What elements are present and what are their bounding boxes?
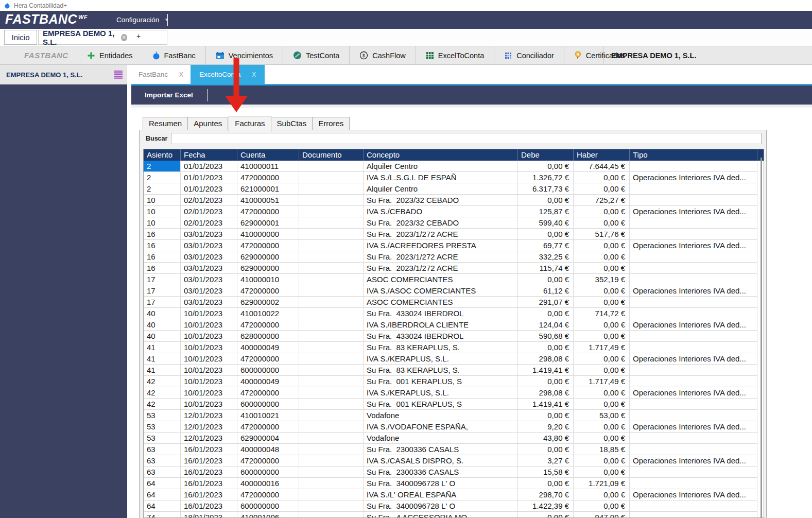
table-row[interactable]: 4110/01/2023400000049Su Fra. 83 KERAPLUS… [144,342,764,353]
table-row[interactable]: 1703/01/2023410000010ASOC COMERCIANTES0,… [144,274,764,285]
cell: Operaciones Interiores IVA ded... [630,387,757,399]
menu-configuracion[interactable]: Configuración▼ [116,11,168,29]
cell: Operaciones Interiores IVA ded... [630,285,757,297]
page-tab-apuntes[interactable]: Apuntes [187,117,228,130]
cell: 472000000 [237,206,299,217]
tab-empresa-demo[interactable]: EMPRESA DEMO 1, S.L. ✕ [38,30,132,45]
table-row[interactable]: 4010/01/2023628000000Su Fra. 433024 IBER… [144,331,764,342]
cell: IVA S./L' OREAL ESPAÑA [364,489,518,500]
table-row[interactable]: 201/01/2023410000011Alquiler Centro0,00 … [144,161,764,172]
table-row[interactable]: 5312/01/2023472000000IVA S./VODAFONE ESP… [144,421,764,433]
cashflow-icon: $ [359,51,368,60]
column-header-asiento[interactable]: Asiento [144,149,181,161]
close-tab-icon[interactable]: ✕ [121,34,127,41]
cell: 600000000 [237,500,299,512]
cell: 725,27 € [574,195,630,206]
cell: 1.717,49 € [574,376,630,387]
cell: 10/01/2023 [181,387,237,399]
close-tab-icon[interactable]: X [179,71,183,78]
hamburger-menu-icon[interactable] [114,71,123,79]
column-header-documento[interactable]: Documento [299,149,364,161]
page-tab-resumen[interactable]: Resumen [143,117,188,130]
table-row[interactable]: 6316/01/2023472000000IVA S./CASALS DISPR… [144,455,764,467]
cell: 472000000 [237,489,299,500]
page-tab-facturas[interactable]: Facturas [229,116,271,132]
table-row[interactable]: 5312/01/2023410010021Vodafone0,00 €53,00… [144,410,764,421]
ribbon-button-testconta[interactable]: TestConta [283,46,349,64]
table-row[interactable]: 4210/01/2023472000000IVA S./KERAPLUS, S.… [144,387,764,399]
cell [299,251,364,263]
page-tab-subctas[interactable]: SubCtas [271,117,313,130]
table-row[interactable]: 4210/01/2023400000049Su Fra. 001 KERAPLU… [144,376,764,387]
table-row[interactable]: 1002/01/2023410000051Su Fra. 2023/32 CEB… [144,195,764,206]
cell: 0,00 € [574,387,630,399]
table-row[interactable]: 4010/01/2023472000000IVA S./IBERDROLA CL… [144,319,764,331]
cell [630,444,757,455]
cell: Operaciones Interiores IVA ded... [630,353,757,365]
ribbon-button-exceltoconta[interactable]: ExcelToConta [416,46,494,64]
column-header-concepto[interactable]: Concepto [364,149,518,161]
cell: 115,74 € [518,263,574,274]
table-row[interactable]: 1002/01/2023629000001Su Fra. 2023/32 CEB… [144,217,764,229]
table-row[interactable]: 6316/01/2023400000048Su Fra. 2300336 CAS… [144,444,764,455]
cell: 1.717,49 € [574,342,630,353]
column-header-debe[interactable]: Debe [518,149,574,161]
search-input[interactable] [171,133,762,144]
cell: 0,00 € [518,229,574,240]
table-row[interactable]: 1002/01/2023472000000IVA S./CEBADO125,87… [144,206,764,217]
table-row[interactable]: 6416/01/2023600000000Su Fra. 3400096728 … [144,500,764,512]
cell [299,206,364,217]
cell [299,433,364,444]
cell: 2 [144,183,181,195]
table-row[interactable]: 201/01/2023621000001Alquiler Centro6.317… [144,183,764,195]
table-row[interactable]: 1703/01/2023472000000IVA S./ASOC COMERCI… [144,285,764,297]
cell: 16/01/2023 [181,489,237,500]
cell: 599,40 € [518,217,574,229]
ribbon-button-fastbanc[interactable]: FastBanc [143,46,205,64]
table-row[interactable]: 1603/01/2023629000000Su Fra. 2023/1/272 … [144,263,764,274]
ribbon-label: ExcelToConta [438,51,484,60]
close-tab-icon[interactable]: X [252,71,256,78]
cell: 0,00 € [518,308,574,319]
table-row[interactable]: 6416/01/2023472000000IVA S./L' OREAL ESP… [144,489,764,500]
ribbon-button-cashflow[interactable]: $CashFlow [350,46,415,64]
table-row[interactable]: 1603/01/2023629000000Su Fra. 2023/1/272 … [144,251,764,263]
table-row[interactable]: 4210/01/2023600000000Su Fra. 001 KERAPLU… [144,399,764,410]
cell: 400000049 [237,342,299,353]
table-row[interactable]: 1703/01/2023629000002ASOC COMERCIANTES29… [144,297,764,308]
cell: 472000000 [237,172,299,183]
table-row[interactable]: 4110/01/2023472000000IVA S./KERAPLUS, S.… [144,353,764,365]
ribbon-toolbar: FASTBANC EntidadesFastBancVencimientosTe… [0,46,812,65]
cell: 0,00 € [574,251,630,263]
ribbon-button-conciliador[interactable]: Conciliador [494,46,564,64]
vertical-scrollbar[interactable] [761,158,762,517]
column-header-cuenta[interactable]: Cuenta [237,149,299,161]
tab-inicio[interactable]: Inicio [4,30,37,45]
cell: 947,00 € [574,512,630,518]
cell [299,387,364,399]
cell: Alquiler Centro [364,183,518,195]
table-row[interactable]: 6416/01/2023400000016Su Fra. 3400096728 … [144,478,764,489]
table-row[interactable]: 4010/01/2023410010022Su Fra. 433024 IBER… [144,308,764,319]
tab-add-new[interactable]: + [131,30,167,45]
cell: 621000001 [237,183,299,195]
table-row[interactable]: 1603/01/2023410000000Su Fra. 2023/1/272 … [144,229,764,240]
column-header-haber[interactable]: Haber [574,149,630,161]
cell [299,183,364,195]
doc-tab-fastbanc[interactable]: FastBancX [131,65,191,84]
page-tab-errores[interactable]: Errores [312,117,350,130]
table-row[interactable]: 201/01/2023472000000IVA S./L.S.G.I. DE E… [144,172,764,183]
column-header-tipo[interactable]: Tipo [630,149,757,161]
table-row[interactable]: 5312/01/2023629000004Vodafone43,80 €0,00… [144,433,764,444]
cell: 10/01/2023 [181,353,237,365]
sidebar-header[interactable]: EMPRESA DEMO 1, S.L. [0,65,127,84]
table-row[interactable]: 6316/01/2023600000000Su Fra. 2300336 CAS… [144,467,764,478]
cell: 410001006 [237,512,299,518]
cell: IVA S./VODAFONE ESPAÑA, [364,421,518,433]
column-header-fecha[interactable]: Fecha [181,149,237,161]
table-row[interactable]: 7418/01/2023410001006Su Fra. 4 ACCESSORI… [144,512,764,518]
importar-excel-button[interactable]: Importar Excel [140,85,198,105]
ribbon-button-entidades[interactable]: Entidades [77,46,143,64]
table-row[interactable]: 1603/01/2023472000000IVA S./ACREEDORES P… [144,240,764,251]
table-row[interactable]: 4110/01/2023600000000Su Fra. 83 KERAPLUS… [144,365,764,376]
